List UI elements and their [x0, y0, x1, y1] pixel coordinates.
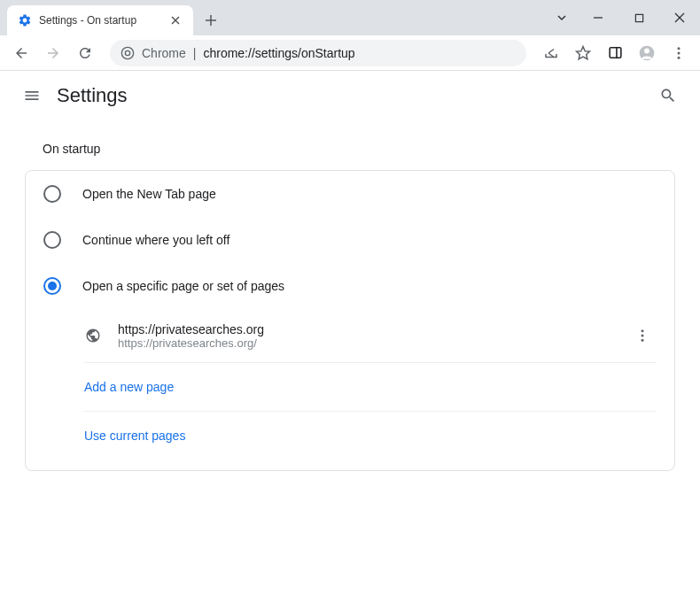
radio-continue[interactable]: Continue where you left off [26, 217, 674, 263]
side-panel-icon[interactable] [601, 39, 629, 67]
pages-section: https://privatesearches.org https://priv… [26, 309, 674, 470]
close-tab-icon[interactable] [168, 13, 183, 27]
svg-point-8 [678, 51, 681, 54]
svg-point-1 [121, 47, 133, 58]
gear-icon [18, 13, 32, 27]
settings-content: On startup Open the New Tab page Continu… [0, 120, 700, 471]
svg-point-12 [642, 339, 644, 342]
back-button[interactable] [7, 39, 35, 67]
close-window-button[interactable] [659, 4, 700, 31]
svg-rect-3 [610, 48, 621, 58]
add-page-link[interactable]: Add a new page [84, 380, 174, 394]
svg-point-7 [678, 47, 681, 50]
address-url: chrome://settings/onStartup [203, 46, 354, 60]
search-icon[interactable] [650, 78, 686, 113]
settings-header: Settings [0, 71, 700, 120]
page-info: https://privatesearches.org https://priv… [118, 322, 628, 350]
startup-card: Open the New Tab page Continue where you… [25, 170, 675, 471]
new-tab-button[interactable] [198, 8, 223, 33]
page-item: https://privatesearches.org https://priv… [84, 309, 657, 363]
svg-point-10 [642, 329, 644, 332]
menu-icon[interactable] [665, 39, 693, 67]
address-bar[interactable]: Chrome | chrome://settings/onStartup [110, 40, 526, 66]
svg-point-6 [644, 48, 649, 53]
address-separator: | [193, 46, 197, 60]
tab-title: Settings - On startup [39, 14, 161, 27]
address-label: Chrome [142, 46, 186, 60]
radio-new-tab[interactable]: Open the New Tab page [26, 171, 674, 217]
reload-button[interactable] [71, 39, 99, 67]
more-icon[interactable] [628, 321, 657, 350]
svg-point-11 [642, 335, 644, 337]
page-title-text: https://privatesearches.org [118, 322, 628, 336]
radio-icon [43, 185, 61, 203]
radio-label: Open a specific page or set of pages [82, 279, 284, 293]
radio-specific-pages[interactable]: Open a specific page or set of pages [26, 263, 674, 309]
radio-icon [43, 231, 61, 249]
browser-toolbar: Chrome | chrome://settings/onStartup [0, 35, 700, 71]
bookmark-icon[interactable] [569, 39, 597, 67]
minimize-button[interactable] [578, 4, 618, 31]
svg-point-2 [125, 50, 129, 55]
page-url-text: https://privatesearches.org/ [118, 336, 628, 350]
window-titlebar: Settings - On startup [0, 0, 700, 35]
chevron-down-icon[interactable] [546, 4, 578, 31]
share-icon[interactable] [537, 39, 565, 67]
use-current-row: Use current pages [84, 412, 657, 460]
radio-label: Open the New Tab page [82, 187, 216, 201]
svg-rect-0 [635, 14, 642, 21]
page-title: Settings [57, 84, 128, 107]
browser-tab[interactable]: Settings - On startup [7, 5, 193, 35]
forward-button[interactable] [39, 39, 67, 67]
globe-icon [84, 327, 102, 344]
window-controls [546, 0, 700, 35]
use-current-link[interactable]: Use current pages [84, 429, 185, 443]
maximize-button[interactable] [618, 4, 659, 31]
svg-point-9 [678, 56, 681, 58]
hamburger-icon[interactable] [14, 78, 50, 113]
radio-icon [43, 277, 61, 295]
add-page-row: Add a new page [84, 363, 657, 412]
chrome-icon [121, 46, 135, 60]
radio-label: Continue where you left off [82, 233, 229, 247]
profile-icon[interactable] [633, 39, 661, 67]
section-title: On startup [21, 120, 679, 170]
